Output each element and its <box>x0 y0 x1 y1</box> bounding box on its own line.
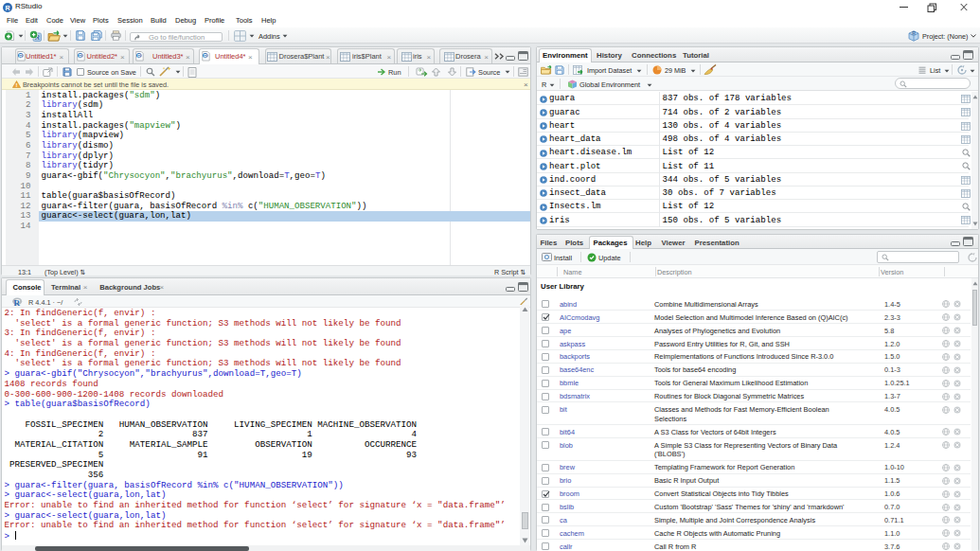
svg-text:R: R <box>5 4 9 10</box>
svg-text:R: R <box>912 30 916 36</box>
svg-text:R: R <box>203 53 206 59</box>
svg-text:!: ! <box>16 82 18 88</box>
svg-text:R: R <box>78 53 81 59</box>
svg-text:R: R <box>14 298 21 307</box>
svg-text:R: R <box>18 53 22 59</box>
svg-text:R: R <box>137 53 141 59</box>
